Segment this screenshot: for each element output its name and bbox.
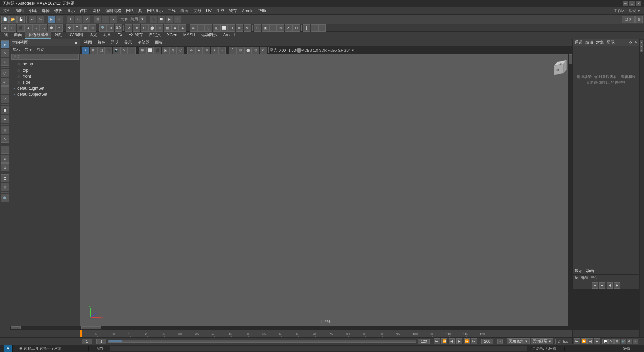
pause-btn[interactable]: ⏸ [174,16,181,23]
menu-mesh-display[interactable]: 网格显示 [145,7,165,14]
vp-btn18[interactable]: ⎡ [229,47,236,54]
select-tool-btn[interactable]: ▶ [48,16,55,23]
menu-help[interactable]: 帮助 [256,7,268,14]
viewport-scrollbar-h-thumb[interactable] [81,326,101,329]
pb-step-back-btn[interactable]: ⏪ [441,338,447,344]
right-bottom-tab-anim[interactable]: 动画 [586,268,594,274]
menu-uv[interactable]: UV [204,8,214,14]
search-input[interactable] [11,54,79,60]
anim-key-btn[interactable]: ⬦ [497,339,503,344]
extra-btn[interactable]: ◎ [635,16,643,23]
channel-btn[interactable]: ≣ [1,174,9,182]
st-btn14[interactable]: ⊕ [107,24,114,32]
st-btn27[interactable]: ◫ [213,24,220,32]
st-btn12[interactable]: ⊞ [89,24,96,32]
anim-tool[interactable]: ▶ [1,115,9,123]
st-btn4[interactable]: ▲ [24,24,32,32]
st-btn18[interactable]: ⊙ [141,24,148,32]
menu-modify[interactable]: 修改 [52,7,64,14]
snap-point-btn[interactable]: • [110,16,117,23]
symmetry-dropdown[interactable]: ▼ [139,16,146,23]
tab-arnold[interactable]: Arnold [220,32,237,39]
outliner-collapse[interactable]: ▶ [75,40,78,45]
vp-menu-show[interactable]: 显示 [123,40,133,45]
new-file-btn[interactable]: 📄 [1,16,9,23]
tab-motion[interactable]: 运动图形 [198,31,220,39]
st-btn3[interactable]: ⬛ [17,24,24,32]
st-btn28[interactable]: ⬜ [220,24,228,32]
br-icon1[interactable]: 💬 [602,339,608,344]
st-btn25[interactable]: ⊡ [197,24,205,32]
light-tool[interactable]: ☀ [1,135,9,143]
window-controls[interactable]: ─ □ ✕ [623,1,641,6]
outliner-menu-help[interactable]: 帮助 [36,47,46,52]
st-btn37[interactable]: ⊡ [292,24,300,32]
br-icon4[interactable]: 🔊 [621,339,626,344]
viewport-scrollbar-v-thumb[interactable] [569,54,572,64]
st-btn31[interactable]: ↺ [244,24,251,32]
transport-btn3[interactable]: ◀ [607,282,613,289]
outliner-item-side[interactable]: 🎥 side [10,79,80,85]
quad-btn[interactable]: ⊟ [1,146,9,154]
menu-file[interactable]: 文件 [1,7,13,14]
vp-btn11[interactable]: ⊠ [169,47,177,54]
vp-btn22[interactable]: ↺ [260,47,267,54]
paint-tool[interactable]: ✎ [1,49,9,57]
br-btn1[interactable]: ⏮ [574,338,580,344]
right-header-icon2[interactable]: ✎ [635,41,637,44]
tab-poly-modeling[interactable]: 多边形建模 [25,31,51,39]
tab-fx[interactable]: FX [115,32,125,39]
st-btn40[interactable]: ⊟ [318,24,326,32]
br-btn3[interactable]: ◀ [587,338,593,344]
menu-arnold[interactable]: Arnold [240,8,256,14]
st-btn16[interactable]: ↺ [125,24,132,32]
st-btn19[interactable]: ⬤ [148,24,156,32]
st-btn17[interactable]: ↻ [133,24,140,32]
tab-xgen[interactable]: XGen [164,32,180,39]
st-btn29[interactable]: ⊙ [228,24,235,32]
snap-grid-btn[interactable]: ⊞ [94,16,101,23]
mel-input[interactable] [110,346,527,351]
st-btn34[interactable]: ⊞ [269,24,277,32]
colorspace-selector[interactable]: ACES 1.0 SDR-video (sRGB) ▼ [302,48,355,52]
vp-btn8[interactable]: ⬜ [146,47,154,54]
st-btn30[interactable]: ⊕ [236,24,243,32]
st-btn5[interactable]: ◎ [32,24,40,32]
curve-tool[interactable]: ⌒ [1,86,9,94]
pb-back-btn[interactable]: ◀ [449,338,455,344]
colorspace-dropdown[interactable]: ▼ [351,48,355,52]
vp-a-btn[interactable]: A [82,47,89,54]
vp-btn20[interactable]: ⬤ [244,47,252,54]
tab-fx-cache[interactable]: FX 缓存 [126,31,146,39]
pb-end-btn[interactable]: ⏭ [471,338,477,344]
vp-menu-view[interactable]: 视图 [83,40,93,45]
maximize-button[interactable]: □ [629,1,635,6]
br-icon6[interactable]: ≡ [633,339,638,344]
st-btn20[interactable]: ⊞ [156,24,163,32]
vp-btn1[interactable]: ⊟ [90,47,97,54]
st-btn33[interactable]: ▣ [262,24,269,32]
playblast-btn[interactable]: ▶ [166,16,173,23]
vp-btn12[interactable]: ⬡ [177,47,184,54]
right-tab-edit[interactable]: 编辑 [585,40,593,45]
tab-sculpt[interactable]: 雕刻 [52,31,65,39]
st-btn21[interactable]: ▦ [164,24,171,32]
vp-btn21[interactable]: ⊡ [252,47,259,54]
tab-anim[interactable]: 动画 [101,31,114,39]
vp-btn16[interactable]: ☀ [211,47,218,54]
select-tool[interactable]: ▶ [1,40,9,48]
search-btn[interactable]: 🔍 [1,194,9,202]
vp-btn17[interactable]: ✦ [218,47,226,54]
tab-surface[interactable]: 曲面 [11,31,25,39]
range-bar[interactable] [108,340,416,343]
menu-select[interactable]: 选择 [40,7,52,14]
vp-menu-renderer[interactable]: 渲染器 [136,40,151,45]
attr-btn[interactable]: ⊟ [1,183,9,191]
move-tool-btn[interactable]: ✛ [67,16,74,23]
st-btn38[interactable]: ⎣ [303,24,310,32]
outliner-item-front[interactable]: 🎥 front [10,73,80,79]
br-btn2[interactable]: ⏪ [581,338,587,344]
st-btn15[interactable]: 0.0 [115,24,122,32]
pb-fwd-btn[interactable]: ⏩ [464,338,470,344]
render-tool[interactable]: 🔲 [1,106,9,114]
